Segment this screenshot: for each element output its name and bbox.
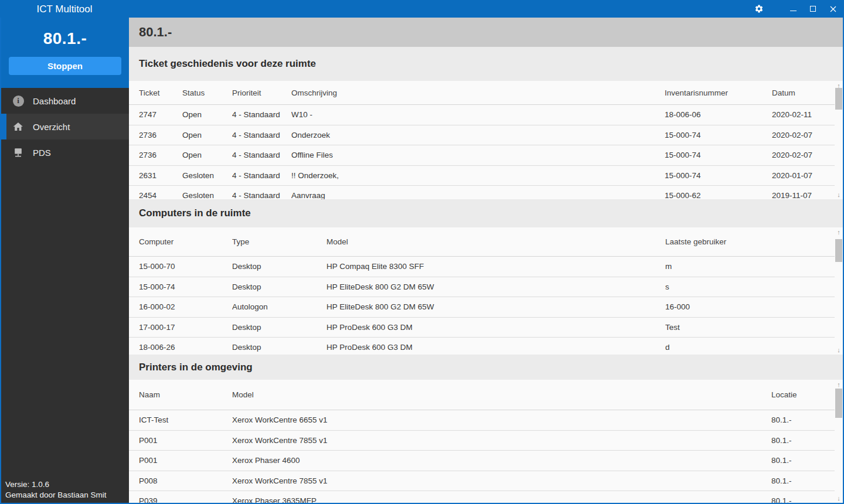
cell: 15-000-74 (139, 282, 232, 291)
cell: 18-006-26 (139, 343, 232, 352)
cell: Open (182, 110, 232, 119)
scroll-up-icon[interactable]: ↑ (835, 380, 843, 389)
printers-table: NaamModelLocatieICT-TestXerox WorkCentre… (129, 380, 843, 503)
sidebar-item-dashboard[interactable]: i Dashboard (1, 88, 129, 114)
cell: 2747 (139, 110, 182, 119)
sidebar-footer: Versie: 1.0.6 Gemaakt door Bastiaan Smit (1, 479, 129, 503)
credit-text: Gemaakt door Bastiaan Smit (5, 490, 129, 500)
scroll-up-icon[interactable]: ↑ (835, 228, 843, 236)
cell: Xerox WorkCentre 6655 v1 (232, 416, 771, 424)
cell: Test (665, 323, 843, 332)
table-row: 18-006-26DesktopHP ProDesk 600 G3 DMd (129, 338, 843, 355)
cell: 4 - Standaard (232, 110, 291, 119)
cell: 2454 (139, 191, 182, 199)
cell: 15-000-70 (139, 262, 232, 271)
cell: 18-006-06 (665, 110, 772, 119)
vertical-scrollbar[interactable]: ↑ ↓ (835, 380, 843, 503)
cell: 80.1.- (771, 496, 843, 503)
column-header: Naam (139, 390, 232, 399)
vertical-scrollbar[interactable]: ↑ ↓ (835, 227, 843, 355)
table-row: P039Xerox Phaser 3635MFP80.1.- (129, 491, 843, 503)
section-header-printers: Printers in de omgeving (129, 355, 843, 380)
cell: 16-000-02 (139, 302, 232, 311)
column-header: Omschrijving (291, 88, 665, 97)
cell: Xerox Phaser 3635MFP (232, 496, 771, 503)
app-window: ICT Multitool 80.1.- Stoppen i Dash (0, 0, 844, 504)
cell: 80.1.- (771, 476, 843, 485)
column-header: Status (182, 88, 232, 97)
cell: 15-000-62 (665, 191, 772, 199)
column-header: Inventarisnummer (665, 88, 772, 97)
cell: P001 (139, 456, 232, 465)
page-title: 80.1.- (139, 25, 172, 40)
cell: 4 - Standaard (232, 131, 291, 139)
scrollbar-thumb[interactable] (835, 88, 842, 110)
table-row: 2747Open4 - StandaardW10 -18-006-062020-… (129, 105, 843, 125)
cell: HP Compaq Elite 8300 SFF (326, 262, 665, 271)
cell: P008 (139, 476, 232, 485)
cell: 4 - Standaard (232, 151, 291, 159)
scroll-down-icon[interactable]: ↓ (835, 346, 843, 354)
cell: Open (182, 151, 232, 159)
table-row: P001Xerox WorkCentre 7855 v180.1.- (129, 431, 843, 451)
sidebar: 80.1.- Stoppen i Dashboard Overzicht (1, 18, 129, 503)
scrollbar-thumb[interactable] (835, 239, 842, 262)
cell: 15-000-74 (665, 131, 772, 139)
table-row: 17-000-17DesktopHP ProDesk 600 G3 DMTest (129, 318, 843, 338)
cell: HP EliteDesk 800 G2 DM 65W (326, 302, 665, 311)
cell: 2631 (139, 171, 182, 180)
minimize-button[interactable] (783, 0, 803, 18)
cell: Desktop (232, 262, 326, 271)
scrollbar-thumb[interactable] (835, 389, 842, 418)
cell: 4 - Standaard (232, 171, 291, 180)
page-header-band: 80.1.- (129, 18, 843, 47)
cell: HP ProDesk 600 G3 DM (326, 323, 665, 332)
maximize-icon (810, 6, 816, 12)
main-content: 80.1.- Ticket geschiedenis voor deze rui… (129, 18, 843, 503)
sidebar-item-overzicht[interactable]: Overzicht (1, 114, 129, 139)
cell: 2020-02-11 (772, 110, 843, 119)
scroll-down-icon[interactable]: ↓ (835, 494, 843, 502)
cell: Xerox Phaser 4600 (232, 456, 771, 465)
close-button[interactable] (823, 0, 843, 18)
table-header-row: NaamModelLocatie (129, 380, 843, 410)
ticket-history-table: TicketStatusPrioriteitOmschrijvingInvent… (129, 81, 843, 199)
cell: 16-000 (665, 302, 843, 311)
settings-button[interactable] (749, 0, 769, 18)
section-title: Ticket geschiedenis voor deze ruimte (139, 58, 316, 70)
cell: Xerox WorkCentre 7855 v1 (232, 436, 771, 445)
cell: Gesloten (182, 191, 232, 199)
sidebar-item-label: Overzicht (33, 122, 70, 132)
sidebar-item-pds[interactable]: PDS (1, 139, 129, 165)
home-icon (12, 120, 25, 133)
table-header-row: ComputerTypeModelLaatste gebruiker (129, 227, 843, 257)
sidebar-item-label: Dashboard (33, 96, 76, 106)
cell: s (665, 282, 843, 291)
cell: 80.1.- (771, 436, 843, 445)
cell: 2020-02-07 (772, 151, 843, 159)
cell: 2019-11-07 (772, 191, 843, 199)
cell: 80.1.- (771, 456, 843, 465)
table-row: 15-000-70DesktopHP Compaq Elite 8300 SFF… (129, 257, 843, 277)
cell: 17-000-17 (139, 323, 232, 332)
cell: Desktop (232, 323, 326, 332)
cell: Offline Files (291, 151, 665, 159)
cell: 80.1.- (771, 416, 843, 424)
table-row: 2454Gesloten4 - StandaardAanvraag15-000-… (129, 186, 843, 199)
cell: Aanvraag (291, 191, 665, 199)
close-icon (830, 6, 836, 12)
column-header: Computer (139, 237, 232, 246)
vertical-scrollbar[interactable]: ↑ ↓ (835, 81, 843, 199)
cell: 2736 (139, 151, 182, 159)
table-header-row: TicketStatusPrioriteitOmschrijvingInvent… (129, 81, 843, 105)
table-row: 16-000-02AutologonHP EliteDesk 800 G2 DM… (129, 297, 843, 318)
cell: 4 - Standaard (232, 191, 291, 199)
maximize-button[interactable] (803, 0, 823, 18)
scroll-down-icon[interactable]: ↓ (835, 190, 843, 199)
room-label: 80.1.- (1, 29, 129, 48)
gear-icon (754, 4, 764, 13)
app-title: ICT Multitool (0, 2, 129, 15)
workstation-icon (12, 146, 25, 159)
table-row: ICT-TestXerox WorkCentre 6655 v180.1.- (129, 410, 843, 431)
stop-button[interactable]: Stoppen (9, 57, 121, 75)
